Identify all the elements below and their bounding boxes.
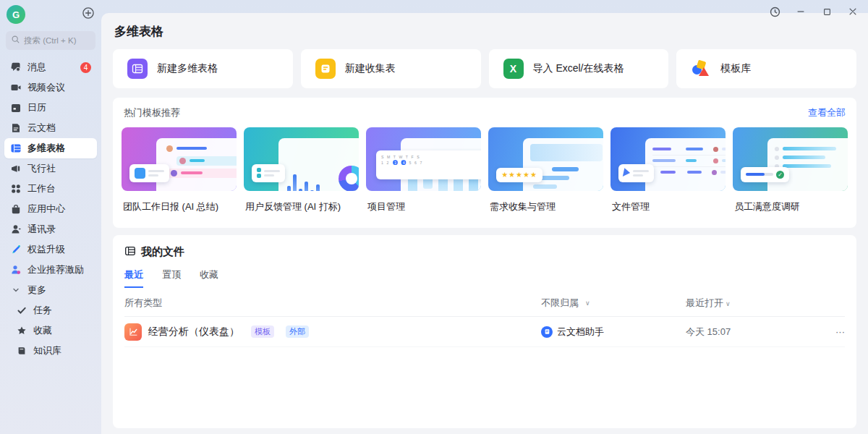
- sidebar-item-label: 消息: [27, 61, 46, 74]
- chat-icon: [10, 61, 22, 73]
- grid-dots-icon: [10, 183, 22, 195]
- template-thumbnail: [122, 127, 237, 191]
- maximize-button[interactable]: [820, 5, 833, 18]
- files-tabs: 最近 置顶 收藏: [124, 268, 845, 288]
- filter-owner[interactable]: 不限归属∨: [541, 297, 686, 310]
- megaphone-icon: [10, 163, 22, 174]
- sidebar-item-label: 收藏: [33, 324, 52, 337]
- sidebar-item-referral[interactable]: 企业推荐激励: [4, 260, 97, 280]
- file-open-time: 今天 15:07: [686, 326, 816, 339]
- bitable-icon: [10, 142, 22, 154]
- sidebar-item-workplace[interactable]: 工作台: [4, 179, 97, 199]
- template-card-project[interactable]: S M T W T F S 1 2 3 4 5 6 7 项目管理: [366, 127, 481, 213]
- import-excel-button[interactable]: X 导入 Excel/在线表格: [489, 49, 669, 88]
- owner-avatar: [541, 326, 553, 338]
- search-box[interactable]: [6, 31, 95, 50]
- template-thumbnail: [610, 127, 726, 191]
- sidebar-item-contacts[interactable]: 通讯录: [4, 219, 97, 239]
- filter-all-types[interactable]: 所有类型: [124, 297, 541, 310]
- sidebar-item-upgrade[interactable]: 权益升级: [4, 239, 97, 260]
- tab-pinned[interactable]: 置顶: [162, 268, 181, 288]
- new-form-button[interactable]: 新建收集表: [301, 49, 481, 88]
- sidebar-item-video-meeting[interactable]: 视频会议: [4, 77, 97, 98]
- filter-opened[interactable]: 最近打开∨: [686, 297, 816, 310]
- sidebar-item-label: 视频会议: [27, 81, 65, 94]
- sidebar-item-label: 云文档: [27, 122, 56, 135]
- sidebar-item-calendar[interactable]: 日历: [4, 98, 97, 118]
- bitable-outline-icon: [124, 245, 136, 259]
- sidebar-item-tasks[interactable]: 任务: [4, 300, 97, 320]
- sidebar-nav: 消息 4 视频会议 日历 云文档 多维表格 飞行社: [4, 57, 97, 361]
- template-label: 文件管理: [610, 200, 726, 213]
- sidebar-item-label: 更多: [27, 284, 46, 297]
- sidebar-item-label: 任务: [33, 304, 52, 317]
- minimize-button[interactable]: [794, 5, 807, 18]
- close-button[interactable]: [846, 5, 859, 18]
- action-label: 模板库: [720, 62, 751, 75]
- template-card-daily-report[interactable]: 团队工作日报 (AI 总结): [122, 127, 237, 213]
- document-icon: [10, 122, 22, 134]
- template-label: 需求收集与管理: [488, 200, 603, 213]
- app-window: G 消息 4 视频会议 日历 云文: [0, 0, 868, 434]
- sidebar-item-label: 权益升级: [27, 243, 65, 256]
- chevron-down-icon: [10, 284, 22, 296]
- template-card-feedback[interactable]: 用户反馈管理 (AI 打标): [244, 127, 359, 213]
- sidebar: G 消息 4 视频会议 日历 云文: [0, 0, 101, 434]
- main-content: 多维表格 新建多维表格 新建收集表 X 导入 Excel/在线表格 模板库: [101, 13, 868, 434]
- page-title: 多维表格: [114, 23, 856, 40]
- template-card-satisfaction-survey[interactable]: ✓ 员工满意度调研: [733, 127, 848, 213]
- sidebar-item-favorites[interactable]: 收藏: [4, 320, 97, 341]
- sidebar-item-bitable[interactable]: 多维表格: [4, 138, 97, 158]
- template-card-requirements[interactable]: ★★★★★ 需求收集与管理: [488, 127, 603, 213]
- action-label: 新建多维表格: [157, 62, 218, 75]
- cursor-icon: [623, 168, 631, 178]
- more-options-button[interactable]: ···: [816, 326, 845, 337]
- file-row[interactable]: 经营分析（仪表盘） 模板 外部 云文档助手 今天 15:07 ···: [124, 317, 845, 347]
- titlebar-controls: [768, 5, 859, 18]
- tab-favorites[interactable]: 收藏: [200, 268, 218, 288]
- history-icon[interactable]: [768, 5, 781, 18]
- tab-recent[interactable]: 最近: [124, 268, 143, 288]
- dashboard-file-icon: [124, 323, 142, 341]
- calendar-icon: [10, 102, 22, 114]
- templates-section-title: 热门模板推荐: [124, 106, 180, 119]
- action-row: 新建多维表格 新建收集表 X 导入 Excel/在线表格 模板库: [113, 49, 856, 88]
- search-input[interactable]: [24, 36, 90, 45]
- bitable-icon: [127, 59, 148, 79]
- template-thumbnail: ★★★★★: [488, 127, 603, 191]
- sidebar-item-wiki[interactable]: 知识库: [4, 341, 97, 361]
- person-icon: [10, 224, 22, 235]
- view-all-link[interactable]: 查看全部: [808, 106, 846, 119]
- sidebar-item-label: 通讯录: [27, 223, 56, 236]
- search-icon: [11, 34, 20, 47]
- my-files-panel: 我的文件 最近 置顶 收藏 所有类型 不限归属∨ 最近打开∨ 经营分析（仪表盘）…: [113, 235, 856, 428]
- template-thumbnail: ✓: [733, 127, 848, 191]
- template-library-button[interactable]: 模板库: [676, 49, 856, 88]
- files-table-header: 所有类型 不限归属∨ 最近打开∨: [124, 297, 845, 317]
- add-icon[interactable]: [82, 7, 95, 22]
- sidebar-item-feishu-club[interactable]: 飞行社: [4, 158, 97, 179]
- template-card-file-management[interactable]: 文件管理: [610, 127, 726, 213]
- hot-templates-panel: 热门模板推荐 查看全部 团队工作日报 (AI 总结): [113, 98, 856, 228]
- sidebar-item-label: 日历: [27, 101, 46, 114]
- owner-name: 云文档助手: [557, 326, 604, 339]
- sidebar-item-messages[interactable]: 消息 4: [4, 57, 97, 77]
- external-badge: 外部: [286, 326, 309, 338]
- sidebar-item-label: 多维表格: [27, 142, 65, 155]
- template-label: 项目管理: [366, 200, 481, 213]
- new-bitable-button[interactable]: 新建多维表格: [113, 49, 293, 88]
- sidebar-item-docs[interactable]: 云文档: [4, 118, 97, 138]
- action-label: 新建收集表: [345, 62, 396, 75]
- sidebar-item-more[interactable]: 更多: [4, 280, 97, 300]
- files-section-title: 我的文件: [141, 245, 184, 259]
- chevron-down-icon: ∨: [585, 299, 590, 307]
- sidebar-item-app-center[interactable]: 应用中心: [4, 199, 97, 219]
- form-icon: [315, 59, 336, 79]
- unread-badge: 4: [80, 62, 91, 73]
- book-icon: [16, 345, 27, 357]
- template-library-icon: [691, 59, 711, 79]
- avatar[interactable]: G: [7, 5, 25, 24]
- check-icon: ✓: [776, 171, 784, 179]
- sidebar-item-label: 工作台: [27, 182, 56, 195]
- star-icon: [16, 325, 27, 336]
